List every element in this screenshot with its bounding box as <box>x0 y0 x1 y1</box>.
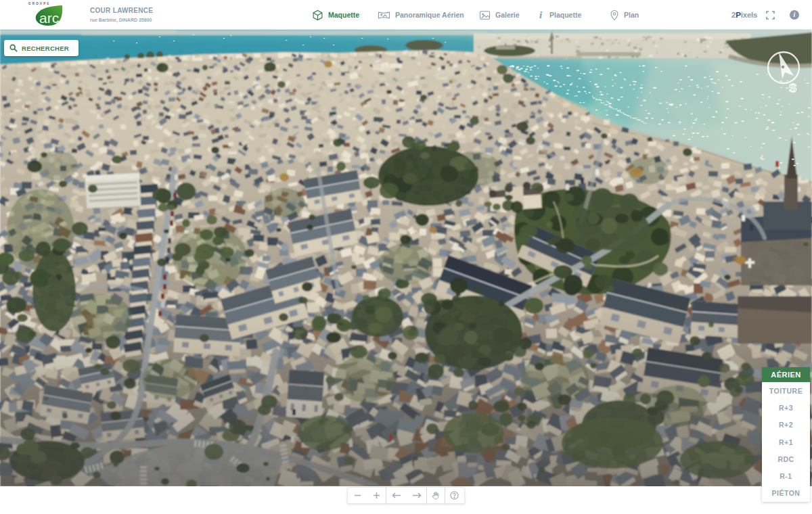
svg-text:i: i <box>539 9 543 20</box>
svg-text:S: S <box>789 82 796 95</box>
svg-text:arc: arc <box>39 10 59 26</box>
